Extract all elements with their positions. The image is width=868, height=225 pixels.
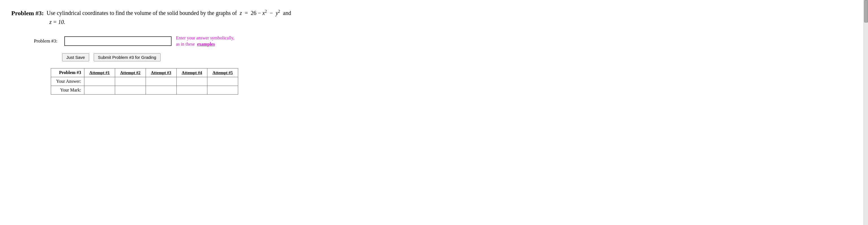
attempt4-link[interactable]: Attempt #4 <box>182 70 202 75</box>
exp-x2: 2 <box>265 9 267 13</box>
problem-header: Problem #3: Use cylindrical coordinates … <box>11 8 779 27</box>
answer-label: Problem #3: <box>34 38 58 44</box>
second-line-equation: z = 10. <box>50 19 65 25</box>
mark-attempt2 <box>115 86 146 94</box>
answer-input[interactable] <box>64 36 172 46</box>
exp-y2: 2 <box>278 9 280 13</box>
table-header-attempt5[interactable]: Attempt #5 <box>207 68 238 77</box>
word-and: and <box>283 10 291 16</box>
attempts-table: Problem #3 Attempt #1 Attempt #2 Attempt… <box>51 68 238 95</box>
examples-link[interactable]: examples <box>197 42 215 46</box>
mark-attempt5 <box>207 86 238 94</box>
your-mark-label: Your Mark: <box>51 86 84 94</box>
problem-description: Use cylindrical coordinates to find the … <box>46 8 779 27</box>
table-header-attempt1[interactable]: Attempt #1 <box>84 68 115 77</box>
hint-line1: Enter your answer symbolically, <box>176 35 235 40</box>
your-answer-label: Your Answer: <box>51 77 84 86</box>
table-answer-row: Your Answer: <box>51 77 238 86</box>
submit-button[interactable]: Submit Problem #3 for Grading <box>94 53 161 62</box>
attempt2-link[interactable]: Attempt #2 <box>120 70 141 75</box>
answer-row: Problem #3: Enter your answer symbolical… <box>34 35 779 48</box>
answer-attempt3 <box>146 77 176 86</box>
attempt5-link[interactable]: Attempt #5 <box>213 70 233 75</box>
description-text: Use cylindrical coordinates to find the … <box>46 10 237 16</box>
attempt3-link[interactable]: Attempt #3 <box>151 70 171 75</box>
table-header-attempt4[interactable]: Attempt #4 <box>176 68 207 77</box>
table-header-row: Problem #3 Attempt #1 Attempt #2 Attempt… <box>51 68 238 77</box>
table-header-attempt3[interactable]: Attempt #3 <box>146 68 176 77</box>
var-y: y <box>276 10 278 16</box>
mark-attempt3 <box>146 86 176 94</box>
answer-attempt1 <box>84 77 115 86</box>
math-expression: z = 26 − x2 − y2 <box>238 10 281 16</box>
attempt1-link[interactable]: Attempt #1 <box>89 70 110 75</box>
var-z: z <box>240 10 242 16</box>
answer-attempt5 <box>207 77 238 86</box>
table-mark-row: Your Mark: <box>51 86 238 94</box>
just-save-button[interactable]: Just Save <box>62 53 89 62</box>
problem-label: Problem #3: <box>11 8 44 18</box>
var-x: x <box>262 10 265 16</box>
answer-attempt4 <box>176 77 207 86</box>
table-header-attempt2[interactable]: Attempt #2 <box>115 68 146 77</box>
hint-line2: as in these <box>176 42 195 46</box>
mark-attempt4 <box>176 86 207 94</box>
equation2: z = 10. <box>50 19 65 25</box>
mark-attempt1 <box>84 86 115 94</box>
buttons-row: Just Save Submit Problem #3 for Grading <box>62 53 779 62</box>
table-header-problem: Problem #3 <box>51 68 84 77</box>
symbolic-hint: Enter your answer symbolically, as in th… <box>176 35 235 48</box>
answer-attempt2 <box>115 77 146 86</box>
